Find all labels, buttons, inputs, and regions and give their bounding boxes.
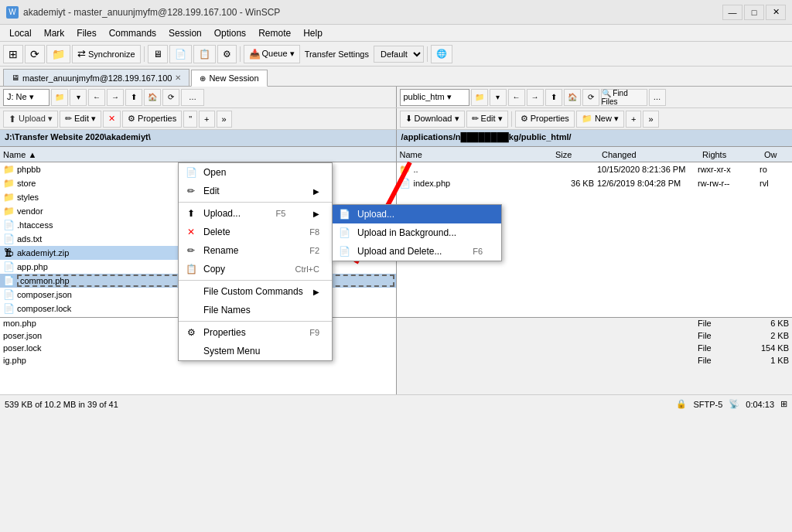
rnav-btn6[interactable]: 🏠 [564, 89, 581, 106]
toolbar-icon2[interactable]: ⟳ [25, 45, 45, 63]
queue-button[interactable]: 📥 Queue ▾ [244, 45, 300, 63]
list-item[interactable]: 📁 .. 10/15/2020 8:21:36 PM rwxr-xr-x ro [397, 162, 793, 176]
menu-files[interactable]: Files [70, 26, 102, 40]
icon5[interactable]: 📄 [169, 45, 192, 63]
edit-button-left[interactable]: ✏ Edit ▾ [60, 111, 101, 128]
folder-icon: 📁 [2, 206, 15, 217]
plus-left[interactable]: + [199, 111, 214, 128]
nav-btn5[interactable]: ⬆ [125, 89, 142, 106]
ctx-edit[interactable]: ✏ Edit ▶ [179, 182, 332, 200]
more-right[interactable]: » [643, 111, 658, 128]
col-changed-remote[interactable]: Changed [599, 148, 699, 161]
menu-help[interactable]: Help [297, 26, 329, 40]
col-size-remote[interactable]: Size [552, 148, 599, 161]
status-text: 539 KB of 10.2 MB in 39 of 41 [5, 400, 118, 409]
context-menu: 📄 Open ✏ Edit ▶ ⬆ Upload... F5 ▶ 📄 Uploa… [178, 162, 333, 361]
col-name-local[interactable]: Name ▲ [0, 148, 396, 161]
nav-btn2[interactable]: ▾ [70, 89, 87, 106]
tab-close-1[interactable]: ✕ [175, 73, 181, 82]
menu-local[interactable]: Local [3, 26, 38, 40]
more-left[interactable]: » [217, 111, 232, 128]
edit-button-right[interactable]: ✏ Edit ▾ [466, 111, 508, 128]
rnav-btn1[interactable]: 📁 [471, 89, 488, 106]
icon4[interactable]: 🖥 [148, 45, 168, 63]
nav-btn7[interactable]: ⟳ [162, 89, 179, 106]
new-button-right[interactable]: 📁 New ▾ [576, 111, 624, 128]
nav-btn3[interactable]: ← [88, 89, 105, 106]
col-name-remote[interactable]: Name [397, 148, 553, 161]
icon7[interactable]: ⚙ [217, 45, 237, 63]
ctx-sep1 [179, 202, 332, 203]
nav-btn4[interactable]: → [107, 89, 124, 106]
toolbar-icon8[interactable]: 🌐 [431, 45, 452, 63]
sub-upload[interactable]: 📄 Upload... [333, 205, 501, 223]
rnav-btn3[interactable]: ← [508, 89, 525, 106]
menu-remote[interactable]: Remote [252, 26, 297, 40]
properties-button-right[interactable]: ⚙ Properties [515, 111, 575, 128]
nav-btn1[interactable]: 📁 [51, 89, 68, 106]
file-icon: 📄 [2, 303, 15, 314]
tab-new-session[interactable]: ⊕ New Session [191, 70, 267, 87]
minimize-button[interactable]: — [722, 5, 742, 20]
synchronize-button[interactable]: ⇄ Synchronize [72, 45, 141, 63]
properties-button-left[interactable]: ⚙ Properties [122, 111, 182, 128]
tab-label-1: master_anuunjmyfm@128.199.167.100 [22, 73, 172, 83]
bottom-row[interactable]: File 154 KB [397, 343, 793, 355]
bottom-row[interactable]: File 2 KB [397, 330, 793, 343]
new-folder-left[interactable]: " [183, 111, 197, 128]
nav-btn8[interactable]: … [181, 89, 204, 106]
delete-button-left[interactable]: ✕ [103, 111, 121, 128]
toolbar-icon3[interactable]: 📁 [46, 45, 70, 63]
icon6[interactable]: 📋 [193, 45, 216, 63]
maximize-button[interactable]: □ [744, 5, 764, 20]
col-rights-remote[interactable]: Rights [699, 148, 761, 161]
close-button[interactable]: ✕ [766, 5, 786, 20]
upload-button[interactable]: ⬆ Upload ▾ [3, 111, 58, 128]
rnav-btn5[interactable]: ⬆ [545, 89, 562, 106]
plus-right[interactable]: + [626, 111, 641, 128]
ctx-system-menu[interactable]: System Menu [179, 342, 332, 360]
system-icon [185, 345, 197, 357]
ctx-delete[interactable]: ✕ Delete F8 [179, 223, 332, 241]
remote-bottom-list: File 6 KB File 2 KB File 154 KB File 1 K… [397, 318, 793, 394]
ctx-filenames[interactable]: File Names [179, 301, 332, 319]
sub-upload-bg[interactable]: 📄 Upload in Background... [333, 223, 501, 242]
file-icon: 📄 [2, 220, 15, 230]
transfer-label: Transfer Settings [305, 49, 369, 59]
menu-commands[interactable]: Commands [103, 26, 162, 40]
list-item[interactable]: 📄 index.php 36 KB 12/6/2019 8:04:28 PM r… [397, 176, 793, 190]
sep3 [427, 46, 428, 62]
menu-mark[interactable]: Mark [38, 26, 71, 40]
ctx-copy[interactable]: 📋 Copy Ctrl+C [179, 260, 332, 278]
drive-selector-left[interactable]: J: Ne ▾ [3, 89, 50, 106]
rnav-find[interactable]: 🔍 Find Files [601, 89, 647, 106]
drive-selector-right[interactable]: public_htm ▾ [400, 89, 469, 106]
rnav-btn2[interactable]: ▾ [490, 89, 507, 106]
file-icon: 📄 [398, 178, 412, 189]
ctx-sep3 [179, 321, 332, 322]
rnav-more[interactable]: … [649, 89, 666, 106]
expand-icon[interactable]: ⊞ [780, 399, 787, 409]
col-owner-remote[interactable]: Ow [761, 148, 792, 161]
bottom-row[interactable]: File 1 KB [397, 355, 793, 367]
menu-options[interactable]: Options [208, 26, 252, 40]
toolbar-icon1[interactable]: ⊞ [3, 45, 23, 63]
rnav-btn4[interactable]: → [527, 89, 544, 106]
parent-icon: 📁 [398, 164, 412, 175]
tab-session1[interactable]: 🖥 master_anuunjmyfm@128.199.167.100 ✕ [3, 69, 189, 86]
menu-session[interactable]: Session [162, 26, 208, 40]
remote-path: /applications/n████████kg/public_html/ [397, 130, 793, 146]
ctx-properties[interactable]: ⚙ Properties F9 [179, 323, 332, 342]
download-button[interactable]: ⬇ Download ▾ [400, 111, 465, 128]
bottom-row[interactable]: File 6 KB [397, 318, 793, 330]
nav-btn6[interactable]: 🏠 [144, 89, 161, 106]
ctx-open[interactable]: 📄 Open [179, 163, 332, 182]
ctx-file-custom[interactable]: File Custom Commands ▶ [179, 282, 332, 301]
rename-icon: ✏ [185, 244, 197, 257]
transfer-select[interactable]: Default [374, 46, 424, 63]
main-toolbar: ⊞ ⟳ 📁 ⇄ Synchronize 🖥 📄 📋 ⚙ 📥 Queue ▾ Tr… [0, 42, 792, 66]
ctx-rename[interactable]: ✏ Rename F2 [179, 241, 332, 260]
ctx-upload[interactable]: ⬆ Upload... F5 ▶ 📄 Upload... 📄 Upload in… [179, 204, 332, 223]
rnav-btn7[interactable]: ⟳ [582, 89, 599, 106]
sub-upload-delete[interactable]: 📄 Upload and Delete... F6 [333, 242, 501, 261]
